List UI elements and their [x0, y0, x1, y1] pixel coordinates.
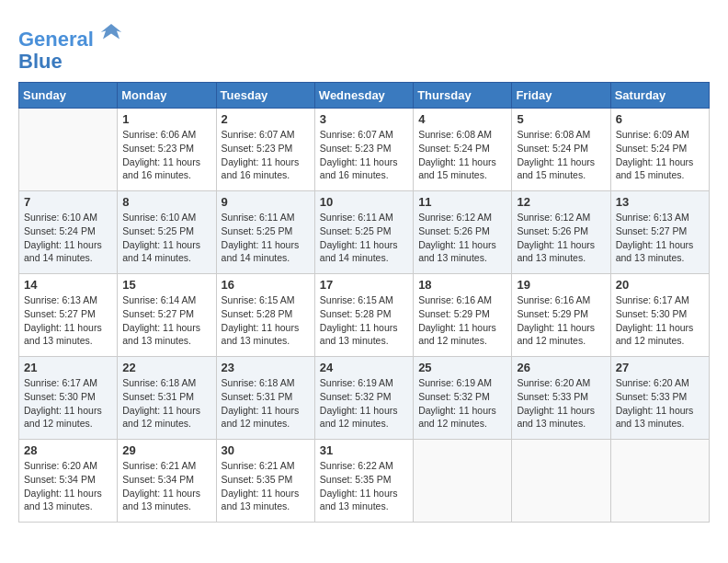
day-info: Sunrise: 6:19 AMSunset: 5:32 PMDaylight:… — [320, 376, 408, 431]
calendar-day-cell: 28Sunrise: 6:20 AMSunset: 5:34 PMDayligh… — [19, 440, 118, 523]
day-info: Sunrise: 6:18 AMSunset: 5:31 PMDaylight:… — [222, 376, 310, 431]
calendar-table: SundayMondayTuesdayWednesdayThursdayFrid… — [18, 82, 710, 523]
calendar-day-cell: 15Sunrise: 6:14 AMSunset: 5:27 PMDayligh… — [118, 274, 216, 357]
calendar-week-row: 14Sunrise: 6:13 AMSunset: 5:27 PMDayligh… — [19, 274, 710, 357]
day-info: Sunrise: 6:12 AMSunset: 5:26 PMDaylight:… — [418, 211, 506, 265]
calendar-day-cell: 4Sunrise: 6:08 AMSunset: 5:24 PMDaylight… — [414, 109, 512, 191]
day-info: Sunrise: 6:17 AMSunset: 5:30 PMDaylight:… — [24, 376, 112, 431]
calendar-day-cell: 18Sunrise: 6:16 AMSunset: 5:29 PMDayligh… — [414, 274, 512, 357]
calendar-day-cell: 9Sunrise: 6:11 AMSunset: 5:25 PMDaylight… — [216, 191, 314, 274]
day-of-week-header: Thursday — [414, 83, 512, 109]
day-number: 13 — [616, 195, 704, 209]
calendar-day-cell: 26Sunrise: 6:20 AMSunset: 5:33 PMDayligh… — [512, 357, 610, 440]
day-number: 11 — [418, 195, 506, 209]
day-info: Sunrise: 6:16 AMSunset: 5:29 PMDaylight:… — [418, 293, 506, 348]
day-number: 23 — [222, 361, 310, 374]
day-number: 22 — [122, 361, 210, 374]
calendar-day-cell — [19, 109, 118, 191]
day-info: Sunrise: 6:08 AMSunset: 5:24 PMDaylight:… — [517, 128, 605, 182]
calendar-day-cell: 19Sunrise: 6:16 AMSunset: 5:29 PMDayligh… — [512, 274, 610, 357]
day-number: 8 — [122, 195, 210, 209]
calendar-day-cell: 2Sunrise: 6:07 AMSunset: 5:23 PMDaylight… — [216, 109, 314, 191]
day-info: Sunrise: 6:11 AMSunset: 5:25 PMDaylight:… — [222, 211, 310, 265]
day-number: 6 — [616, 112, 704, 126]
day-info: Sunrise: 6:22 AMSunset: 5:35 PMDaylight:… — [320, 459, 408, 513]
day-number: 7 — [24, 195, 112, 209]
calendar-day-cell: 13Sunrise: 6:13 AMSunset: 5:27 PMDayligh… — [610, 191, 709, 274]
calendar-day-cell: 5Sunrise: 6:08 AMSunset: 5:24 PMDaylight… — [512, 109, 610, 191]
day-info: Sunrise: 6:10 AMSunset: 5:24 PMDaylight:… — [24, 211, 112, 265]
day-number: 20 — [616, 278, 704, 292]
day-number: 31 — [320, 443, 408, 457]
calendar-day-cell: 20Sunrise: 6:17 AMSunset: 5:30 PMDayligh… — [610, 274, 709, 357]
calendar-day-cell: 14Sunrise: 6:13 AMSunset: 5:27 PMDayligh… — [19, 274, 118, 357]
day-of-week-header: Wednesday — [314, 83, 413, 109]
day-number: 16 — [222, 278, 310, 292]
svg-marker-0 — [101, 24, 122, 40]
calendar-day-cell — [512, 440, 610, 523]
day-info: Sunrise: 6:16 AMSunset: 5:29 PMDaylight:… — [517, 293, 605, 348]
calendar-day-cell: 21Sunrise: 6:17 AMSunset: 5:30 PMDayligh… — [19, 357, 118, 440]
calendar-day-cell: 6Sunrise: 6:09 AMSunset: 5:24 PMDaylight… — [610, 109, 709, 191]
day-info: Sunrise: 6:21 AMSunset: 5:34 PMDaylight:… — [122, 459, 210, 513]
day-number: 21 — [24, 361, 112, 374]
day-number: 27 — [616, 361, 704, 374]
day-info: Sunrise: 6:08 AMSunset: 5:24 PMDaylight:… — [418, 128, 506, 182]
calendar-body: 1Sunrise: 6:06 AMSunset: 5:23 PMDaylight… — [19, 109, 710, 523]
day-number: 4 — [418, 112, 506, 126]
day-number: 1 — [122, 112, 210, 126]
page-header: General Blue — [18, 18, 710, 73]
calendar-week-row: 7Sunrise: 6:10 AMSunset: 5:24 PMDaylight… — [19, 191, 710, 274]
calendar-day-cell: 12Sunrise: 6:12 AMSunset: 5:26 PMDayligh… — [512, 191, 610, 274]
day-number: 19 — [517, 278, 605, 292]
calendar-header-row: SundayMondayTuesdayWednesdayThursdayFrid… — [19, 83, 710, 109]
calendar-day-cell: 17Sunrise: 6:15 AMSunset: 5:28 PMDayligh… — [314, 274, 413, 357]
logo: General Blue — [18, 18, 125, 73]
day-number: 25 — [418, 361, 506, 374]
day-number: 30 — [222, 443, 310, 457]
day-info: Sunrise: 6:18 AMSunset: 5:31 PMDaylight:… — [122, 376, 210, 431]
day-of-week-header: Sunday — [19, 83, 118, 109]
day-info: Sunrise: 6:07 AMSunset: 5:23 PMDaylight:… — [222, 128, 310, 182]
calendar-day-cell — [414, 440, 512, 523]
day-number: 5 — [517, 112, 605, 126]
day-number: 28 — [24, 443, 112, 457]
calendar-day-cell: 1Sunrise: 6:06 AMSunset: 5:23 PMDaylight… — [118, 109, 216, 191]
day-number: 29 — [122, 443, 210, 457]
day-number: 26 — [517, 361, 605, 374]
day-info: Sunrise: 6:11 AMSunset: 5:25 PMDaylight:… — [320, 211, 408, 265]
calendar-day-cell: 24Sunrise: 6:19 AMSunset: 5:32 PMDayligh… — [314, 357, 413, 440]
day-info: Sunrise: 6:20 AMSunset: 5:33 PMDaylight:… — [616, 376, 704, 431]
day-info: Sunrise: 6:13 AMSunset: 5:27 PMDaylight:… — [616, 211, 704, 265]
calendar-week-row: 1Sunrise: 6:06 AMSunset: 5:23 PMDaylight… — [19, 109, 710, 191]
day-info: Sunrise: 6:10 AMSunset: 5:25 PMDaylight:… — [122, 211, 210, 265]
logo-text: General Blue — [18, 18, 125, 73]
day-of-week-header: Tuesday — [216, 83, 314, 109]
day-number: 10 — [320, 195, 408, 209]
calendar-day-cell: 31Sunrise: 6:22 AMSunset: 5:35 PMDayligh… — [314, 440, 413, 523]
calendar-day-cell: 7Sunrise: 6:10 AMSunset: 5:24 PMDaylight… — [19, 191, 118, 274]
day-number: 2 — [222, 112, 310, 126]
day-info: Sunrise: 6:21 AMSunset: 5:35 PMDaylight:… — [222, 459, 310, 513]
day-info: Sunrise: 6:06 AMSunset: 5:23 PMDaylight:… — [122, 128, 210, 182]
calendar-week-row: 21Sunrise: 6:17 AMSunset: 5:30 PMDayligh… — [19, 357, 710, 440]
day-info: Sunrise: 6:20 AMSunset: 5:34 PMDaylight:… — [24, 459, 112, 513]
day-info: Sunrise: 6:14 AMSunset: 5:27 PMDaylight:… — [122, 293, 210, 348]
calendar-day-cell: 29Sunrise: 6:21 AMSunset: 5:34 PMDayligh… — [118, 440, 216, 523]
day-of-week-header: Saturday — [610, 83, 709, 109]
calendar-day-cell: 23Sunrise: 6:18 AMSunset: 5:31 PMDayligh… — [216, 357, 314, 440]
day-number: 18 — [418, 278, 506, 292]
day-number: 15 — [122, 278, 210, 292]
day-info: Sunrise: 6:13 AMSunset: 5:27 PMDaylight:… — [24, 293, 112, 348]
day-info: Sunrise: 6:19 AMSunset: 5:32 PMDaylight:… — [418, 376, 506, 431]
day-info: Sunrise: 6:09 AMSunset: 5:24 PMDaylight:… — [616, 128, 704, 182]
day-info: Sunrise: 6:15 AMSunset: 5:28 PMDaylight:… — [320, 293, 408, 348]
day-number: 12 — [517, 195, 605, 209]
calendar-day-cell: 16Sunrise: 6:15 AMSunset: 5:28 PMDayligh… — [216, 274, 314, 357]
day-info: Sunrise: 6:07 AMSunset: 5:23 PMDaylight:… — [320, 128, 408, 182]
day-number: 24 — [320, 361, 408, 374]
calendar-week-row: 28Sunrise: 6:20 AMSunset: 5:34 PMDayligh… — [19, 440, 710, 523]
calendar-day-cell: 8Sunrise: 6:10 AMSunset: 5:25 PMDaylight… — [118, 191, 216, 274]
calendar-day-cell: 30Sunrise: 6:21 AMSunset: 5:35 PMDayligh… — [216, 440, 314, 523]
calendar-day-cell: 27Sunrise: 6:20 AMSunset: 5:33 PMDayligh… — [610, 357, 709, 440]
